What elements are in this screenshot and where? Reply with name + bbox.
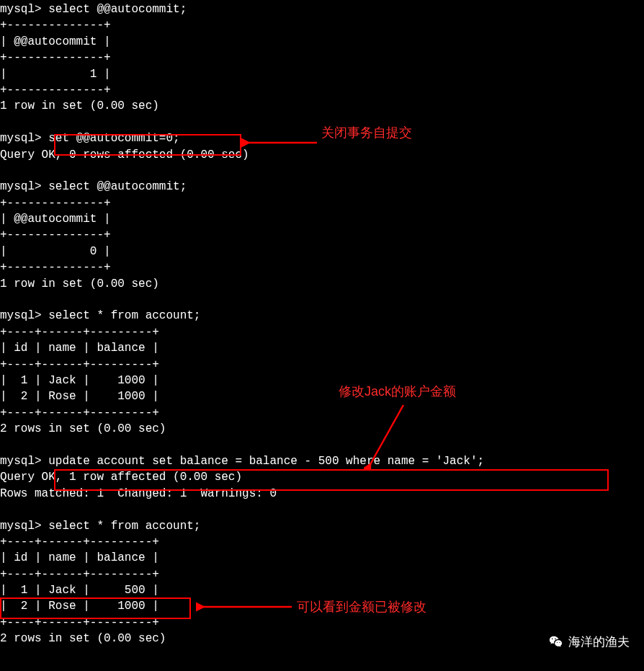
sql-command: select * from account; [48, 520, 200, 533]
result-summary: 1 row in set (0.00 sec) [0, 99, 159, 112]
result-summary: Rows matched: 1 Changed: 1 Warnings: 0 [0, 487, 277, 500]
annotation-1: 关闭事务自提交 [321, 124, 412, 142]
col-header: @@autocommit [14, 213, 97, 226]
sql-command: select @@autocommit; [48, 180, 187, 193]
cell-name: Jack [48, 584, 76, 597]
sql-command: set @@autocommit=0; [48, 132, 179, 145]
sql-command: update account set balance = balance - 5… [48, 455, 484, 468]
result-summary: 2 rows in set (0.00 sec) [0, 632, 166, 645]
cell-value: 1 [90, 68, 97, 81]
result-summary: Query OK, 0 rows affected (0.00 sec) [0, 148, 249, 161]
watermark: 海洋的渔夫 [548, 634, 630, 651]
col-header: id [14, 551, 27, 564]
col-header: id [14, 342, 27, 355]
prompt: mysql> [0, 3, 42, 16]
prompt: mysql> [0, 132, 42, 145]
cell-id: 1 [21, 584, 28, 597]
annotation-2: 修改Jack的账户金额 [339, 383, 456, 401]
col-header: balance [97, 342, 145, 355]
cell-balance: 1000 [117, 390, 145, 403]
terminal-output: mysql> select @@autocommit; +-----------… [0, 0, 644, 647]
col-header: name [48, 551, 76, 564]
cell-balance: 500 [125, 584, 146, 597]
cell-balance: 1000 [117, 600, 145, 613]
result-summary: Query OK, 1 row affected (0.00 sec) [0, 471, 242, 484]
cell-balance: 1000 [117, 374, 145, 387]
sql-command: select @@autocommit; [48, 3, 187, 16]
wechat-icon [548, 634, 564, 650]
prompt: mysql> [0, 455, 42, 468]
cell-id: 1 [21, 374, 28, 387]
cell-value: 0 [90, 245, 97, 258]
prompt: mysql> [0, 520, 42, 533]
annotation-3: 可以看到金额已被修改 [297, 598, 426, 616]
cell-name: Rose [48, 600, 76, 613]
cell-id: 2 [21, 390, 28, 403]
col-header: name [48, 342, 76, 355]
result-summary: 2 rows in set (0.00 sec) [0, 422, 166, 435]
sql-command: select * from account; [48, 309, 200, 322]
result-summary: 1 row in set (0.00 sec) [0, 277, 159, 290]
prompt: mysql> [0, 180, 42, 193]
col-header: @@autocommit [14, 35, 97, 48]
watermark-text: 海洋的渔夫 [568, 634, 630, 651]
col-header: balance [97, 551, 145, 564]
cell-id: 2 [21, 600, 28, 613]
cell-name: Jack [48, 374, 76, 387]
prompt: mysql> [0, 309, 42, 322]
cell-name: Rose [48, 390, 76, 403]
